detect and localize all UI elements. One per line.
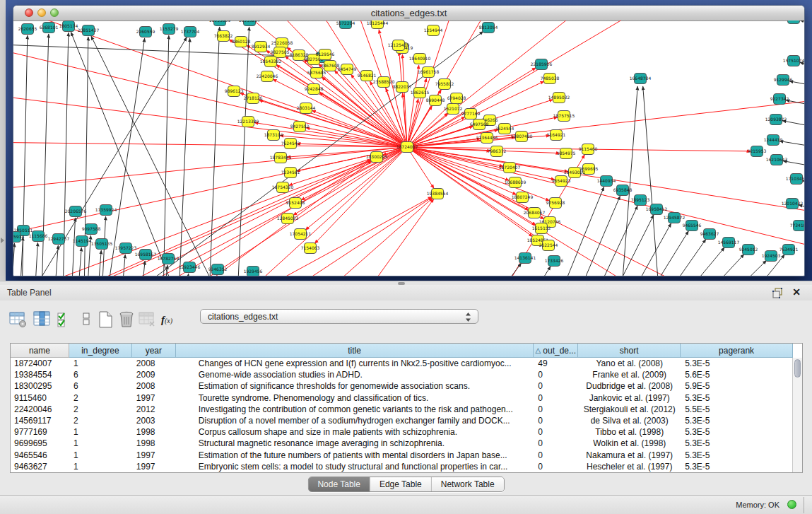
network-desktop: citations_edges.txt 26206556268101180517…: [6, 0, 812, 281]
graph-edge[interactable]: [612, 215, 654, 276]
graph-node-label: 3624554: [495, 126, 514, 131]
table-row[interactable]: 911546021997Tourette syndrome. Phenomeno…: [11, 392, 793, 404]
table-row[interactable]: 977716911998Corpus callosum shape and si…: [11, 426, 793, 438]
table-cell: 2012: [132, 404, 176, 415]
graph-edge[interactable]: [13, 243, 14, 276]
graph-edge[interactable]: [107, 38, 145, 276]
table-vertical-scrollbar[interactable]: [792, 358, 802, 472]
network-window-titlebar[interactable]: citations_edges.txt: [13, 6, 804, 21]
graph-edge[interactable]: [358, 199, 434, 276]
table-cell: 0: [534, 450, 578, 461]
column-header-in-degree[interactable]: in_degree: [69, 344, 132, 358]
table-row[interactable]: 1830029562008Estimation of significance …: [11, 380, 793, 392]
graph-edge[interactable]: [13, 142, 407, 147]
table-cell: Jankovic et al. (1997): [578, 392, 681, 404]
table-row[interactable]: 1456911722003Disruption of a novel membe…: [11, 415, 793, 426]
graph-edge[interactable]: [13, 45, 407, 147]
graph-edge[interactable]: [621, 86, 637, 276]
table-cell: 0: [534, 415, 578, 426]
function-builder-icon[interactable]: f(x): [161, 310, 180, 329]
graph-edge[interactable]: [269, 197, 432, 276]
column-header-out-degree[interactable]: △ out_de...: [534, 344, 578, 358]
graph-edge[interactable]: [800, 21, 804, 25]
table-selector-value: citations_edges.txt: [208, 312, 278, 322]
table-row[interactable]: 1938455462009Genome-wide association stu…: [11, 369, 793, 380]
table-row[interactable]: 1872400712008Changes of HCN gene express…: [11, 358, 793, 369]
graph-edge[interactable]: [43, 160, 371, 276]
graph-edge[interactable]: [531, 267, 551, 276]
graph-node-label: 6794028: [447, 95, 466, 100]
graph-node-label: 7955812: [435, 81, 454, 86]
table-settings-icon[interactable]: [9, 310, 28, 329]
graph-edge[interactable]: [13, 93, 407, 147]
graph-node-label: 8822037: [393, 84, 412, 89]
graph-node-label: 9654923: [552, 178, 571, 183]
graph-node-label: 2867608: [321, 63, 340, 68]
graph-node-label: 23588520: [373, 79, 395, 84]
graph-node[interactable]: [788, 21, 800, 24]
graph-edge[interactable]: [559, 187, 604, 276]
scrollbar-thumb[interactable]: [794, 359, 801, 378]
float-panel-icon[interactable]: [772, 287, 784, 298]
table-cell: 49: [534, 358, 578, 369]
graph-node-label: 1805174: [59, 23, 78, 28]
graph-node-label: 1244419: [764, 137, 783, 142]
graph-edge[interactable]: [683, 247, 724, 276]
network-view-window[interactable]: citations_edges.txt 26206556268101180517…: [13, 5, 805, 276]
graph-edge[interactable]: [665, 239, 706, 276]
graph-edge[interactable]: [35, 243, 37, 276]
tab-network-table[interactable]: Network Table: [432, 477, 504, 491]
graph-edge[interactable]: [234, 197, 432, 276]
graph-node-label: 12945872: [664, 215, 686, 220]
graph-edge[interactable]: [495, 263, 522, 276]
row-selection-icon[interactable]: [57, 310, 75, 329]
graph-edge[interactable]: [209, 27, 220, 276]
table-selector-dropdown[interactable]: citations_edges.txt: [200, 309, 478, 324]
column-visibility-icon[interactable]: [33, 310, 52, 329]
table-cell: Corpus callosum shape and size in male p…: [176, 426, 534, 438]
status-bar: Memory: OK: [0, 495, 812, 514]
graph-node-label: 16053809: [209, 21, 231, 23]
graph-edge[interactable]: [314, 147, 407, 244]
panel-collapse-arrow-icon[interactable]: [1, 238, 4, 243]
column-header-short[interactable]: short: [578, 344, 681, 358]
delete-columns-icon[interactable]: [118, 310, 136, 329]
table-cell: 5.3E-5: [681, 392, 793, 404]
graph-edge[interactable]: [729, 260, 767, 276]
graph-canvas[interactable]: 2620655626810118051742085143722605591153…: [13, 21, 804, 276]
column-header-name[interactable]: name: [11, 344, 69, 358]
column-header-title[interactable]: title: [176, 344, 534, 358]
graph-edge[interactable]: [643, 86, 659, 276]
graph-edge[interactable]: [647, 231, 688, 276]
graph-edge[interactable]: [91, 36, 220, 276]
graph-edge[interactable]: [305, 147, 407, 230]
new-column-icon[interactable]: [97, 310, 115, 329]
graph-edge[interactable]: [407, 147, 804, 247]
table-row[interactable]: 946554611997Estimation of the future num…: [11, 450, 793, 461]
graph-edge[interactable]: [407, 100, 804, 147]
graph-edge[interactable]: [54, 245, 58, 276]
graph-edge[interactable]: [407, 65, 419, 147]
graph-edge[interactable]: [78, 247, 81, 276]
table-row[interactable]: 946362711997Embryonic stem cells: a mode…: [11, 461, 793, 472]
graph-edge[interactable]: [800, 62, 804, 68]
graph-node-label: 8129546: [316, 52, 335, 57]
table-row[interactable]: 969969511998Structural magnetic resonanc…: [11, 438, 793, 449]
graph-node-label: 7663822: [214, 33, 233, 38]
column-header-year[interactable]: year: [132, 344, 176, 358]
graph-edge[interactable]: [779, 141, 804, 148]
graph-edge[interactable]: [237, 27, 249, 276]
graph-node-label: 8990448: [426, 98, 445, 103]
tab-edge-table[interactable]: Edge Table: [370, 477, 432, 491]
row-height-icon[interactable]: [78, 310, 96, 329]
tab-node-table[interactable]: Node Table: [308, 477, 370, 491]
graph-edge[interactable]: [577, 196, 620, 276]
graph-edge[interactable]: [86, 160, 371, 276]
column-header-pagerank[interactable]: pagerank: [681, 344, 793, 358]
graph-node-label: 9245012: [739, 247, 758, 252]
graph-node-label: 1145194: [73, 238, 92, 243]
table-row[interactable]: 2242004622012Investigating the contribut…: [11, 404, 793, 415]
graph-edge[interactable]: [782, 121, 804, 128]
graph-edge[interactable]: [185, 274, 189, 276]
close-panel-icon[interactable]: ✕: [791, 286, 802, 298]
